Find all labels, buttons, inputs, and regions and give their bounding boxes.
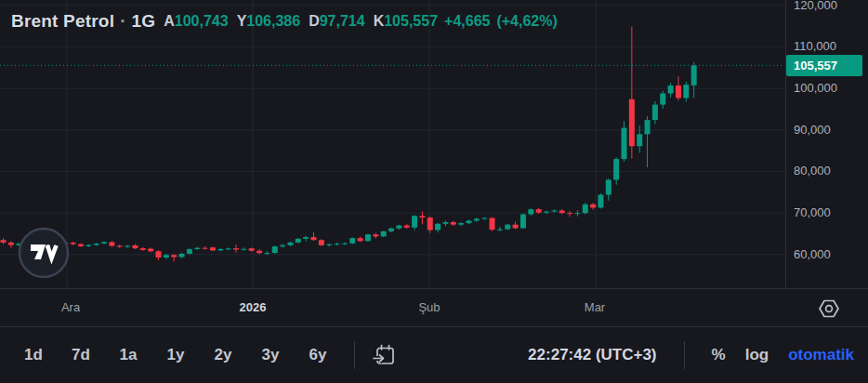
symbol-interval-separator: · <box>120 11 125 32</box>
toolbar-right-cluster: 22:27:42 (UTC+3) % log otomatik <box>528 327 854 383</box>
chart-pane[interactable]: Brent Petrol · 1G A100,743 Y106,386 D97,… <box>0 0 868 288</box>
candle-body <box>256 251 262 253</box>
candle-body <box>125 245 130 246</box>
ohlc-open: A100,743 <box>164 13 228 30</box>
price-tick-label: 70,000 <box>794 205 831 220</box>
price-axis[interactable]: 105,557 120,000110,000100,00090,00080,00… <box>785 0 868 288</box>
range-button-1a[interactable]: 1a <box>110 338 147 372</box>
candle-body <box>85 245 91 246</box>
candle-body <box>264 253 270 254</box>
high-letter: Y <box>237 13 247 30</box>
candle-body <box>497 230 503 231</box>
open-value: 100,743 <box>175 13 229 30</box>
go-to-date-button[interactable] <box>366 337 403 374</box>
symbol-title[interactable]: Brent Petrol <box>11 11 114 32</box>
percent-scale-button[interactable]: % <box>712 346 726 364</box>
candle-body <box>691 65 697 86</box>
symbol-header: Brent Petrol · 1G A100,743 Y106,386 D97,… <box>11 10 558 33</box>
candle-body <box>567 213 572 214</box>
candle-body <box>171 255 177 257</box>
candle-body <box>109 242 114 245</box>
range-button-1d[interactable]: 1d <box>15 338 52 372</box>
candle-body <box>373 234 378 236</box>
candle-body <box>117 245 123 246</box>
price-tick-label: 110,000 <box>794 39 836 54</box>
low-letter: D <box>309 13 320 30</box>
candle-body <box>427 218 433 230</box>
candle-body <box>490 218 495 231</box>
time-tick-label: Mar <box>585 300 605 314</box>
candle-body <box>481 218 487 219</box>
toolbar-divider <box>684 341 685 369</box>
candle-body <box>335 244 340 244</box>
low-value: 97,714 <box>320 13 365 30</box>
candle-body <box>583 205 588 213</box>
candle-body <box>365 234 371 241</box>
time-axis[interactable]: Ara2026ŞubMar <box>0 288 868 327</box>
range-button-6y[interactable]: 6y <box>299 338 336 372</box>
candle-body <box>451 222 456 225</box>
auto-scale-button[interactable]: otomatik <box>788 346 854 364</box>
candle-body <box>458 223 464 225</box>
candlestick-chart[interactable] <box>0 0 868 288</box>
candle-body <box>287 243 293 245</box>
candle-body <box>296 239 301 243</box>
interval-label[interactable]: 1G <box>131 11 155 32</box>
candle-body <box>8 243 14 245</box>
candle-body <box>179 254 185 258</box>
candle-body <box>203 248 208 249</box>
candle-body <box>164 255 169 258</box>
candle-body <box>311 237 317 240</box>
price-tick-label: 80,000 <box>794 164 831 178</box>
quick-access-hexagon-icon[interactable] <box>818 298 840 319</box>
range-button-3y[interactable]: 3y <box>252 338 289 372</box>
candle-body <box>249 248 255 251</box>
candle-body <box>226 248 231 249</box>
candle-body <box>349 238 355 244</box>
candle-body <box>396 226 401 229</box>
candle-body <box>551 210 557 211</box>
candle-body <box>140 248 146 250</box>
close-letter: K <box>374 13 385 30</box>
clock-display[interactable]: 22:27:42 (UTC+3) <box>528 346 656 364</box>
log-scale-button[interactable]: log <box>745 346 769 364</box>
candle-body <box>71 243 76 244</box>
candle-body <box>520 214 526 228</box>
candle-body <box>210 247 216 250</box>
candle-body <box>505 225 510 230</box>
candle-body <box>536 209 542 213</box>
price-tick-label: 90,000 <box>794 123 831 138</box>
range-button-7d[interactable]: 7d <box>62 338 99 372</box>
candle-body <box>606 179 612 194</box>
candle-body <box>342 244 348 244</box>
candle-body <box>683 85 689 98</box>
candle-body <box>381 231 387 237</box>
candle-body <box>442 222 448 224</box>
tradingview-logo-icon[interactable] <box>18 227 70 279</box>
close-value: 105,557 <box>384 13 438 30</box>
candle-body <box>233 248 239 249</box>
candle-body <box>668 86 674 93</box>
tradingview-chart-app: Brent Petrol · 1G A100,743 Y106,386 D97,… <box>0 0 868 383</box>
candle-body <box>412 216 417 228</box>
candle-body <box>241 249 246 250</box>
candle-body <box>187 249 192 254</box>
candle-body <box>528 209 533 214</box>
candle-body <box>419 216 425 218</box>
candle-body <box>78 244 84 246</box>
candle-body <box>467 220 472 223</box>
range-button-1y[interactable]: 1y <box>157 338 194 372</box>
candle-body <box>622 128 627 160</box>
time-tick-label: Ara <box>61 300 80 314</box>
last-price-badge: 105,557 <box>786 55 862 76</box>
candle-body <box>319 240 324 245</box>
candle-body <box>637 134 642 146</box>
price-tick-label: 100,000 <box>794 81 837 96</box>
open-letter: A <box>164 13 175 30</box>
candle-body <box>544 212 549 213</box>
calendar-arrow-icon <box>372 342 398 368</box>
time-tick-label: Şub <box>418 300 440 314</box>
candle-body <box>156 251 162 258</box>
range-button-2y[interactable]: 2y <box>204 338 242 372</box>
ohlc-close: K105,557 <box>374 13 438 30</box>
